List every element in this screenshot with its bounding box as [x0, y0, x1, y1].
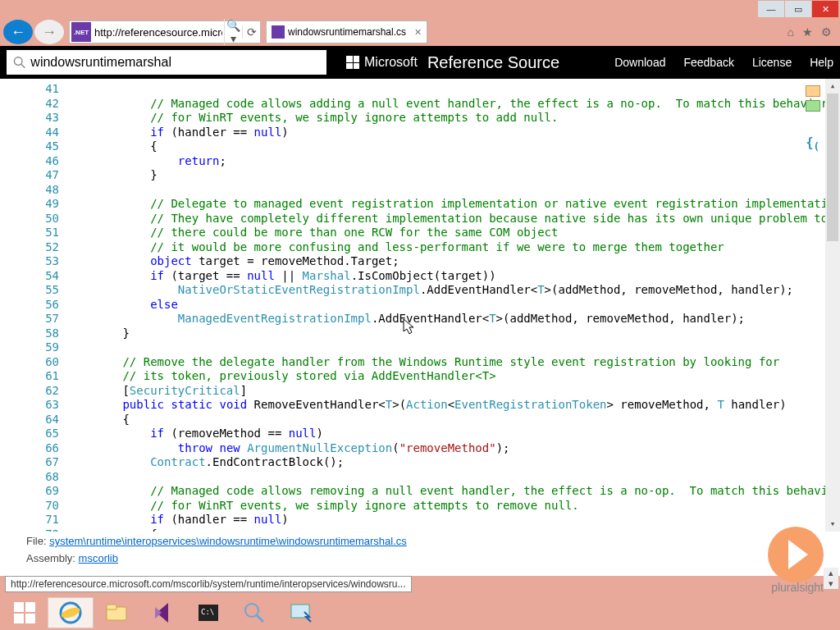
- nav-download[interactable]: Download: [614, 56, 665, 69]
- code-line[interactable]: // its token, previously stored via AddE…: [67, 369, 840, 384]
- code-line[interactable]: object target = removeMethod.Target;: [67, 254, 840, 269]
- line-number[interactable]: 70: [0, 499, 59, 514]
- line-number[interactable]: 56: [0, 298, 59, 313]
- code-line[interactable]: return;: [67, 154, 840, 169]
- line-number[interactable]: 55: [0, 283, 59, 298]
- taskbar-magnifier[interactable]: [231, 597, 277, 628]
- code-line[interactable]: if (handler == null): [67, 126, 840, 140]
- line-number[interactable]: 44: [0, 126, 59, 140]
- code-line[interactable]: [67, 340, 840, 355]
- line-number[interactable]: 65: [0, 427, 59, 441]
- line-number[interactable]: 45: [0, 139, 59, 154]
- line-number[interactable]: 67: [0, 455, 59, 470]
- code-line[interactable]: public static void RemoveEventHandler<T>…: [67, 398, 840, 413]
- line-number[interactable]: 58: [0, 326, 59, 341]
- symbol-link[interactable]: Action: [406, 398, 448, 411]
- minimize-button[interactable]: —: [758, 1, 784, 17]
- outline-icon[interactable]: [806, 85, 820, 97]
- line-number[interactable]: 47: [0, 168, 59, 183]
- code-line[interactable]: [SecurityCritical]: [67, 384, 840, 399]
- code-line[interactable]: if (handler == null): [67, 513, 840, 527]
- code-line[interactable]: NativeOrStaticEventRegistrationImpl.AddE…: [67, 283, 840, 298]
- tools-icon[interactable]: ⚙: [821, 25, 832, 39]
- maximize-button[interactable]: ▭: [785, 1, 811, 17]
- code-line[interactable]: if (removeMethod == null): [67, 427, 840, 441]
- browser-tab[interactable]: windowsruntimemarshal.cs ✕: [266, 21, 427, 43]
- line-number[interactable]: 43: [0, 111, 59, 126]
- code-line[interactable]: // for WinRT events, we simply ignore at…: [67, 111, 840, 126]
- search-dropdown-button[interactable]: 🔍▾: [224, 19, 242, 45]
- code-text[interactable]: // Managed code allows adding a null eve…: [67, 82, 840, 532]
- line-number[interactable]: 41: [0, 82, 59, 97]
- code-line[interactable]: else: [67, 298, 840, 313]
- code-line[interactable]: {: [67, 527, 840, 532]
- symbol-link[interactable]: Contract: [150, 455, 205, 468]
- home-icon[interactable]: ⌂: [788, 25, 794, 39]
- line-number[interactable]: 61: [0, 369, 59, 384]
- symbol-link[interactable]: Marshal: [303, 269, 351, 282]
- tab-close-button[interactable]: ✕: [414, 27, 422, 38]
- symbol-link[interactable]: ManagedEventRegistrationImpl: [178, 312, 372, 325]
- file-link[interactable]: system\runtime\interopservices\windowsru…: [49, 535, 407, 547]
- info-scrollbar[interactable]: ▴▾: [824, 568, 838, 589]
- code-line[interactable]: // Remove the delegate handler from the …: [67, 355, 840, 370]
- code-line[interactable]: if (target == null || Marshal.IsComObjec…: [67, 269, 840, 284]
- code-line[interactable]: [67, 183, 840, 198]
- taskbar-vs[interactable]: [139, 597, 185, 628]
- code-line[interactable]: Contract.EndContractBlock();: [67, 455, 840, 470]
- references-icon[interactable]: [806, 100, 820, 112]
- start-button[interactable]: [2, 597, 48, 628]
- code-line[interactable]: // They have completely different implem…: [67, 212, 840, 226]
- site-search-input[interactable]: [25, 55, 320, 70]
- url-input[interactable]: [93, 26, 224, 39]
- scroll-thumb[interactable]: [827, 94, 838, 241]
- code-line[interactable]: // there could be more than one RCW for …: [67, 226, 840, 240]
- symbol-link[interactable]: ArgumentNullException: [247, 441, 392, 454]
- code-line[interactable]: ManagedEventRegistrationImpl.AddEventHan…: [67, 312, 840, 326]
- site-search[interactable]: [7, 50, 326, 75]
- favorites-icon[interactable]: ★: [802, 25, 813, 39]
- code-line[interactable]: // Delegate to managed event registratio…: [67, 197, 840, 212]
- line-number[interactable]: 48: [0, 183, 59, 198]
- line-number[interactable]: 54: [0, 269, 59, 284]
- line-number[interactable]: 63: [0, 398, 59, 413]
- code-line[interactable]: // it would be more confusing and less-p…: [67, 240, 840, 255]
- nav-help[interactable]: Help: [810, 56, 833, 69]
- line-number[interactable]: 49: [0, 197, 59, 212]
- line-number[interactable]: 64: [0, 413, 59, 427]
- line-number[interactable]: 62: [0, 384, 59, 399]
- vertical-scrollbar[interactable]: ▴ ▾: [825, 79, 840, 532]
- line-number[interactable]: 60: [0, 355, 59, 370]
- scroll-up-button[interactable]: ▴: [825, 79, 840, 94]
- code-line[interactable]: [67, 470, 840, 485]
- taskbar-ie[interactable]: [48, 597, 94, 628]
- line-number[interactable]: 59: [0, 340, 59, 355]
- back-button[interactable]: ←: [3, 20, 33, 44]
- symbol-link[interactable]: NativeOrStaticEventRegistrationImpl: [178, 283, 420, 296]
- line-number[interactable]: 52: [0, 240, 59, 255]
- play-button[interactable]: [768, 527, 824, 582]
- code-line[interactable]: // Managed code allows removing a null e…: [67, 484, 840, 499]
- line-number[interactable]: 57: [0, 312, 59, 326]
- line-number[interactable]: 42: [0, 97, 59, 112]
- symbol-link[interactable]: SecurityCritical: [130, 384, 240, 397]
- refresh-button[interactable]: ⟳: [242, 25, 260, 39]
- line-number[interactable]: 46: [0, 154, 59, 169]
- code-line[interactable]: }: [67, 168, 840, 183]
- nav-license[interactable]: License: [752, 56, 792, 69]
- code-line[interactable]: {: [67, 139, 840, 154]
- code-line[interactable]: throw new ArgumentNullException("removeM…: [67, 441, 840, 456]
- code-line[interactable]: {: [67, 413, 840, 427]
- line-number[interactable]: 50: [0, 212, 59, 226]
- assembly-link[interactable]: mscorlib: [79, 552, 118, 564]
- code-line[interactable]: [67, 82, 840, 97]
- line-number[interactable]: 68: [0, 470, 59, 485]
- code-line[interactable]: // for WinRT events, we simply ignore at…: [67, 499, 840, 514]
- code-line[interactable]: // Managed code allows adding a null eve…: [67, 97, 840, 112]
- address-bar[interactable]: .NET 🔍▾ ⟳: [69, 21, 261, 43]
- taskbar-cmd[interactable]: C:\: [185, 597, 231, 628]
- symbol-link[interactable]: EventRegistrationToken: [454, 398, 606, 411]
- line-number[interactable]: 53: [0, 254, 59, 269]
- close-button[interactable]: ✕: [812, 1, 838, 17]
- scroll-down-button[interactable]: ▾: [825, 517, 840, 532]
